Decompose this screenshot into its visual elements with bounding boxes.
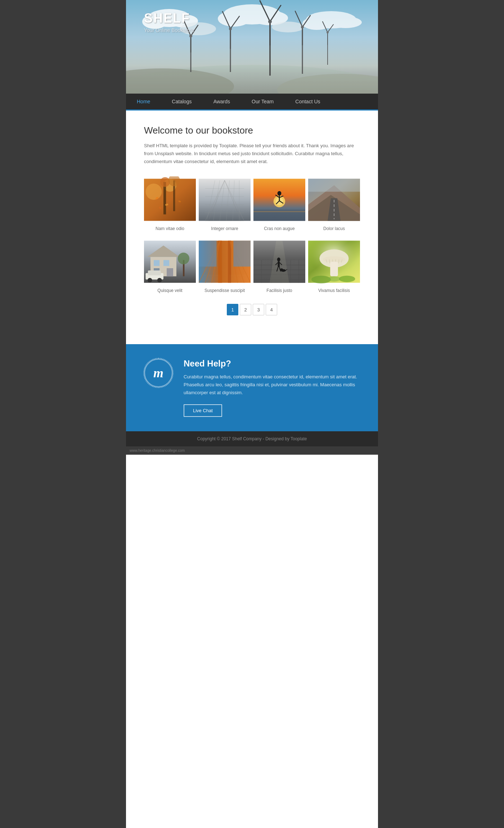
image-card-4[interactable]: Dolor lacus <box>308 176 360 231</box>
site-title: SHELF <box>144 11 194 26</box>
image-card-5[interactable]: Quisque velit <box>144 238 196 293</box>
page-wrapper: SHELF Your Online Bookstore Home Catalog… <box>126 0 378 828</box>
image-card-7[interactable]: Facilisis justo <box>253 238 305 293</box>
svg-point-39 <box>327 31 329 33</box>
svg-rect-85 <box>163 260 169 266</box>
image-grid-row2: Quisque velit <box>144 238 360 293</box>
caption-5: Quisque velit <box>157 288 182 293</box>
image-4 <box>308 176 360 223</box>
caption-2: Integer ornare <box>211 226 238 231</box>
caption-1: Nam vitae odio <box>156 226 184 231</box>
page-btn-1[interactable]: 1 <box>227 304 238 315</box>
hero-section: SHELF Your Online Bookstore <box>126 0 378 94</box>
help-icon: m <box>144 359 173 387</box>
svg-point-12 <box>329 17 362 28</box>
site-subtitle: Your Online Bookstore <box>144 27 194 33</box>
svg-rect-80 <box>308 179 360 192</box>
svg-point-24 <box>229 27 232 30</box>
svg-point-45 <box>160 177 170 187</box>
svg-rect-118 <box>278 261 280 267</box>
image-card-3[interactable]: Cras non augue <box>253 176 305 231</box>
help-section: m Need Help? Curabitur magna tellus, con… <box>126 344 378 431</box>
image-6 <box>199 238 251 285</box>
svg-rect-89 <box>148 271 161 276</box>
svg-point-19 <box>189 35 192 37</box>
help-text: Curabitur magna tellus, condimentum vita… <box>184 373 360 397</box>
caption-7: Facilisis justo <box>266 288 292 293</box>
svg-rect-137 <box>330 262 338 276</box>
caption-3: Cras non augue <box>264 226 294 231</box>
svg-rect-74 <box>253 211 305 212</box>
page-btn-3[interactable]: 3 <box>253 304 264 315</box>
footer: Copyright © 2017 Shelf Company - Designe… <box>126 431 378 446</box>
caption-4: Dolor lacus <box>323 226 345 231</box>
caption-8: Vivamus facilisis <box>318 288 350 293</box>
image-card-2[interactable]: Integer ornare <box>199 176 251 231</box>
svg-point-117 <box>277 258 280 262</box>
svg-point-41 <box>146 184 162 200</box>
svg-point-124 <box>280 269 283 271</box>
svg-point-140 <box>328 276 341 282</box>
svg-point-93 <box>178 253 189 264</box>
svg-rect-87 <box>167 268 173 276</box>
help-content: Need Help? Curabitur magna tellus, condi… <box>184 359 360 417</box>
hero-text-block: SHELF Your Online Bookstore <box>144 11 194 33</box>
caption-6: Suspendisse suscipit <box>204 288 245 293</box>
svg-point-34 <box>301 26 304 28</box>
image-3 <box>253 176 305 223</box>
svg-point-139 <box>339 276 355 282</box>
svg-rect-51 <box>199 179 251 221</box>
svg-rect-104 <box>233 241 251 267</box>
svg-point-91 <box>157 278 162 283</box>
image-2 <box>199 176 251 223</box>
image-7 <box>253 238 305 285</box>
page-btn-4[interactable]: 4 <box>266 304 277 315</box>
help-title: Need Help? <box>184 359 360 369</box>
svg-point-14 <box>272 22 304 32</box>
svg-rect-43 <box>163 182 166 215</box>
main-content: Welcome to our bookstore Shelf HTML temp… <box>126 111 378 344</box>
bottom-bar-text: www.heritage.christiancollege.com <box>130 449 185 453</box>
bottom-bar: www.heritage.christiancollege.com <box>126 446 378 455</box>
svg-point-67 <box>278 191 282 196</box>
nav-home[interactable]: Home <box>126 94 161 109</box>
image-card-1[interactable]: Nam vitae odio <box>144 176 196 231</box>
nav-awards[interactable]: Awards <box>203 94 241 109</box>
image-1 <box>144 176 196 223</box>
nav-contact-us[interactable]: Contact Us <box>284 94 331 109</box>
help-icon-letter: m <box>153 365 163 381</box>
nav-our-team[interactable]: Our Team <box>241 94 284 109</box>
welcome-title: Welcome to our bookstore <box>144 125 360 136</box>
svg-rect-103 <box>199 241 217 267</box>
main-nav: Home Catalogs Awards Our Team Contact Us <box>126 94 378 111</box>
pagination: 1 2 3 4 <box>144 304 360 315</box>
page-btn-2[interactable]: 2 <box>240 304 251 315</box>
image-card-6[interactable]: Suspendisse suscipit <box>199 238 251 293</box>
svg-point-90 <box>148 278 152 283</box>
image-8 <box>308 238 360 285</box>
live-chat-button[interactable]: Live Chat <box>184 404 222 417</box>
svg-point-29 <box>268 20 272 23</box>
svg-rect-84 <box>154 260 159 266</box>
image-card-8[interactable]: Vivamus facilisis <box>308 238 360 293</box>
image-grid-row1: Nam vitae odio <box>144 176 360 231</box>
footer-text: Copyright © 2017 Shelf Company - Designe… <box>197 436 307 441</box>
welcome-text: Shelf HTML template is provided by Toopl… <box>144 142 360 166</box>
svg-point-11 <box>302 17 331 30</box>
svg-rect-96 <box>228 241 231 283</box>
nav-catalogs[interactable]: Catalogs <box>161 94 202 109</box>
image-5 <box>144 238 196 285</box>
